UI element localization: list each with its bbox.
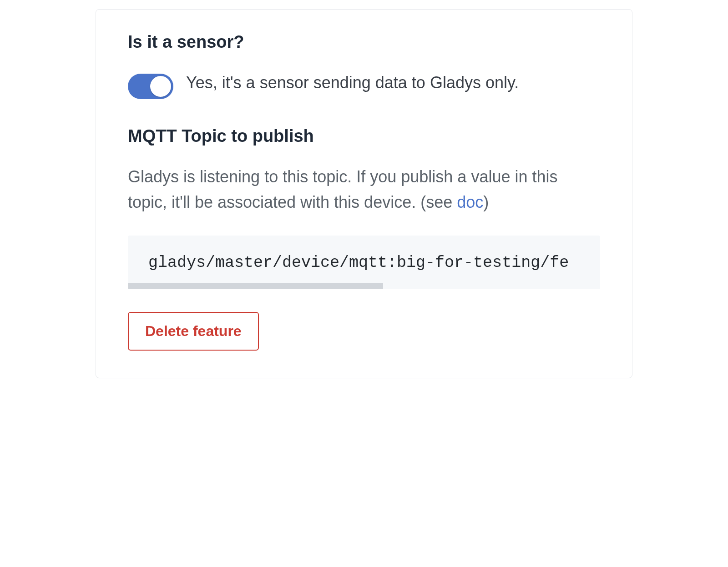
feature-config-card: Is it a sensor? Yes, it's a sensor sendi…	[96, 9, 632, 378]
sensor-toggle-row: Yes, it's a sensor sending data to Glady…	[128, 70, 600, 99]
doc-link[interactable]: doc	[457, 193, 483, 211]
mqtt-description: Gladys is listening to this topic. If yo…	[128, 164, 600, 215]
mqtt-description-post: )	[483, 193, 489, 211]
toggle-knob-icon	[150, 76, 171, 97]
sensor-heading: Is it a sensor?	[128, 32, 600, 52]
mqtt-topic-value[interactable]: gladys/master/device/mqtt:big-for-testin…	[128, 236, 600, 283]
sensor-toggle-label: Yes, it's a sensor sending data to Glady…	[186, 70, 519, 95]
delete-feature-button[interactable]: Delete feature	[128, 312, 259, 351]
mqtt-description-pre: Gladys is listening to this topic. If yo…	[128, 167, 558, 211]
sensor-toggle[interactable]	[128, 74, 173, 99]
mqtt-heading: MQTT Topic to publish	[128, 126, 600, 146]
scrollbar-track[interactable]	[128, 283, 600, 289]
mqtt-topic-container: gladys/master/device/mqtt:big-for-testin…	[128, 236, 600, 289]
scrollbar-thumb-icon[interactable]	[128, 283, 383, 289]
